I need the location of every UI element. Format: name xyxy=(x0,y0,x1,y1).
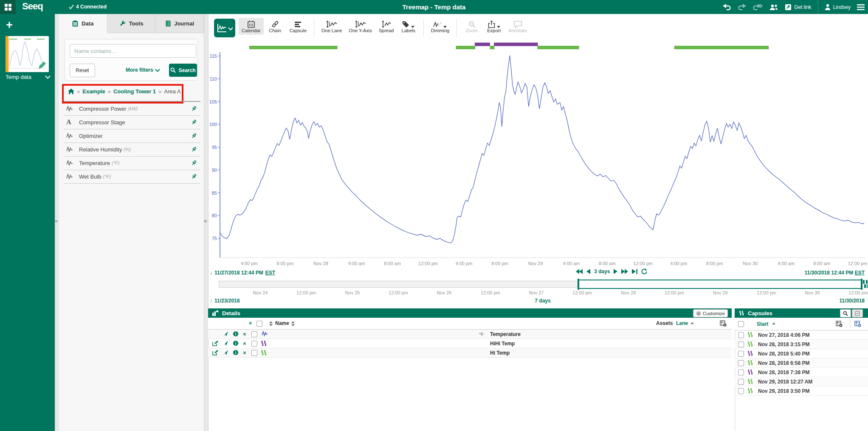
new-worksheet-button[interactable]: + xyxy=(6,19,13,32)
display-range-selection[interactable] xyxy=(578,280,862,289)
search-button[interactable]: Search xyxy=(169,64,197,77)
more-filters-button[interactable]: More filters xyxy=(126,67,159,73)
range-end-timezone[interactable]: EST xyxy=(855,270,865,276)
signal-row-temperature[interactable]: Temperature (°F) xyxy=(64,156,200,170)
range-start-timezone[interactable]: EST xyxy=(265,270,275,276)
details-row-hi-temp[interactable]: × Hi Temp Area A xyxy=(208,348,732,358)
capsule-row[interactable]: Nov 29, 2018 12:27 AM xyxy=(735,377,868,386)
row-checkbox[interactable] xyxy=(251,341,257,347)
signal-row-wet-bulb[interactable]: Wet Bulb (°F) xyxy=(64,170,200,184)
add-column-icon[interactable] xyxy=(836,321,843,327)
undo-button[interactable] xyxy=(723,4,731,11)
row-checkbox[interactable] xyxy=(251,350,257,356)
app-menu-button[interactable] xyxy=(0,0,16,14)
get-link-button[interactable]: Get link xyxy=(785,4,812,11)
tool-chain[interactable]: Chain xyxy=(265,18,286,35)
row-checkbox[interactable] xyxy=(738,369,744,375)
row-checkbox[interactable] xyxy=(738,351,744,357)
sort-icon[interactable] xyxy=(291,321,295,326)
tab-journal[interactable]: Journal xyxy=(155,14,204,33)
remove-all-button[interactable]: × xyxy=(249,320,252,326)
connection-status[interactable]: 4 Connected xyxy=(69,4,107,10)
sort-icon[interactable] xyxy=(269,321,273,326)
breadcrumb-link-example[interactable]: Example xyxy=(82,88,105,95)
search-input[interactable] xyxy=(70,44,196,58)
investigate-range-start[interactable]: ↑ 11/23/2018 xyxy=(210,298,240,304)
range-duration-label[interactable]: 3 days xyxy=(594,269,610,274)
pin-icon[interactable] xyxy=(191,146,197,153)
info-icon[interactable] xyxy=(233,340,239,346)
pin-icon[interactable] xyxy=(191,133,197,139)
navigate-icon[interactable] xyxy=(223,340,228,346)
investigate-duration[interactable]: 7 days xyxy=(509,298,577,304)
remove-icon[interactable]: × xyxy=(243,331,246,337)
add-column-icon[interactable] xyxy=(720,320,727,327)
step-back-full-button[interactable] xyxy=(576,269,583,274)
pin-icon[interactable] xyxy=(191,119,197,126)
investigate-range-track[interactable] xyxy=(219,281,578,288)
tool-capsule[interactable]: Capsule xyxy=(287,18,310,35)
row-checkbox[interactable] xyxy=(738,360,744,366)
tab-tools[interactable]: Tools xyxy=(107,14,156,33)
hamburger-menu-button[interactable] xyxy=(857,4,865,10)
tool-calendar[interactable]: Calendar xyxy=(239,18,264,35)
capsules-collapse-button[interactable] xyxy=(852,309,863,317)
worksheet-name[interactable]: Temp data xyxy=(6,74,50,80)
row-checkbox[interactable] xyxy=(251,331,257,337)
details-row-temperature[interactable]: × °F Temperature Area A 1 xyxy=(208,330,732,339)
capsule-row[interactable]: Nov 27, 2018 4:06 PM xyxy=(735,330,868,340)
tool-one-lane[interactable]: One Lane xyxy=(318,18,345,35)
row-checkbox[interactable] xyxy=(738,388,744,394)
select-all-checkbox[interactable] xyxy=(738,321,744,327)
tool-dimming[interactable]: Dimming xyxy=(428,18,452,35)
timeline-capsule-icon[interactable] xyxy=(862,279,868,289)
pin-icon[interactable] xyxy=(191,160,197,166)
tool-one-y-axis[interactable]: One Y-Axis xyxy=(346,18,375,35)
remove-icon[interactable]: × xyxy=(243,350,246,356)
row-checkbox[interactable] xyxy=(738,332,744,338)
collapse-left-icon[interactable]: « xyxy=(204,218,207,224)
edit-icon[interactable] xyxy=(212,350,218,355)
navigate-icon[interactable] xyxy=(223,331,228,337)
row-checkbox[interactable] xyxy=(738,341,744,347)
capsule-row[interactable]: Nov 28, 2018 5:40 PM xyxy=(735,349,868,358)
signal-row-relative-humidity[interactable]: Relative Humidity (%) xyxy=(64,143,200,157)
investigate-range-end[interactable]: 11/30/2018 xyxy=(840,298,865,304)
signal-row-compressor-power[interactable]: Compressor Power (kW) xyxy=(64,102,200,116)
add-stat-column-icon[interactable] xyxy=(854,321,861,327)
worksheet-thumbnail[interactable] xyxy=(6,36,49,72)
redo-button[interactable] xyxy=(738,4,746,11)
step-forward-button[interactable] xyxy=(614,269,617,274)
navigate-icon[interactable] xyxy=(223,350,228,355)
capsule-row[interactable]: Nov 28, 2018 7:38 PM xyxy=(735,368,868,377)
users-button[interactable] xyxy=(769,4,778,11)
step-back-button[interactable] xyxy=(586,269,590,274)
details-row-hihi-temp[interactable]: × HiHi Temp Area A xyxy=(208,339,732,348)
info-icon[interactable] xyxy=(233,350,239,355)
step-forward-full-button[interactable] xyxy=(621,269,628,274)
pin-icon[interactable] xyxy=(191,174,197,180)
pin-icon[interactable] xyxy=(191,106,197,112)
edit-icon[interactable] xyxy=(212,340,218,346)
select-all-checkbox[interactable] xyxy=(256,321,262,327)
reset-button[interactable]: Reset xyxy=(70,64,95,77)
display-range-start[interactable]: ↓ 11/27/2018 12:44 PM EST xyxy=(210,270,275,276)
tool-spread[interactable]: Spread xyxy=(376,18,397,35)
column-header-lane[interactable]: Lane xyxy=(676,320,688,326)
customize-button[interactable]: Customize xyxy=(693,309,728,317)
capsule-row[interactable]: Nov 28, 2018 6:58 PM xyxy=(735,358,868,368)
step-to-end-button[interactable] xyxy=(632,269,637,274)
remove-icon[interactable]: × xyxy=(243,340,246,347)
breadcrumb-link-cooling-tower-1[interactable]: Cooling Tower 1 xyxy=(113,88,156,95)
display-range-end[interactable]: 11/30/2018 12:44 PM EST xyxy=(805,270,865,276)
redo-all-button[interactable] xyxy=(752,4,763,11)
capsule-row[interactable]: Nov 29, 2018 3:50 PM xyxy=(735,386,868,396)
tab-data[interactable]: Data xyxy=(59,14,107,33)
tool-export[interactable]: Export xyxy=(483,18,504,35)
trend-chart[interactable]: 75808590951001051101154:00 pm8:00 pmNov … xyxy=(208,41,868,272)
signal-row-compressor-stage[interactable]: A Compressor Stage xyxy=(64,115,200,129)
info-icon[interactable] xyxy=(233,331,239,337)
capsule-row[interactable]: Nov 28, 2018 3:15 PM xyxy=(735,340,868,349)
signal-row-optimizer[interactable]: Optimizer xyxy=(64,129,200,143)
column-header-assets[interactable]: Assets xyxy=(656,320,673,326)
